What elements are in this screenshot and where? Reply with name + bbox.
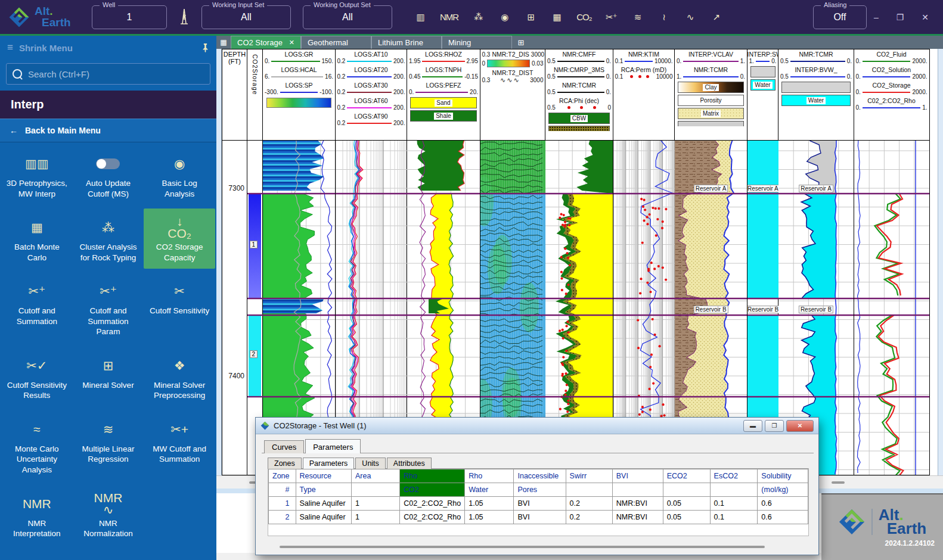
shrink-menu-label[interactable]: Shrink Menu xyxy=(19,43,196,53)
table-cell[interactable]: 0.6 xyxy=(758,497,808,511)
track-gr[interactable]: LOGS:GR0.150.LOGS:HCAL6.16.LOGS:SP-300.-… xyxy=(262,49,336,475)
minimize-icon[interactable]: – xyxy=(874,13,879,22)
mineral-solver-icon[interactable]: ⊞ xyxy=(524,12,537,23)
table-cell[interactable]: Saline Aquifer xyxy=(296,511,351,524)
table-cell[interactable]: 0.05 xyxy=(663,511,710,524)
table-cell[interactable]: Water xyxy=(465,483,514,497)
dialog-tab-parameters[interactable]: Parameters xyxy=(305,439,361,453)
table-cell[interactable]: Zone xyxy=(269,469,296,483)
working-output-set-selector[interactable]: Working Output Set All xyxy=(303,5,392,29)
sidebar-item-multiple-linear-regression[interactable]: ≋Multiple Linear Regression xyxy=(73,410,144,481)
nmr-normalization-icon[interactable]: ∿ xyxy=(684,12,697,23)
dialog-subtab-parameters[interactable]: Parameters xyxy=(303,458,355,469)
table-cell[interactable]: 1 xyxy=(351,497,399,511)
sidebar-item-nmr-interpretation[interactable]: NMRNMR Interpretation xyxy=(1,485,73,545)
table-cell[interactable]: EsCO2 xyxy=(710,469,758,483)
track-co2[interactable]: CO2_Fluid0.2000.CO2_Solution0.2000.CO2_S… xyxy=(854,49,930,475)
zone-chip[interactable]: 2 xyxy=(250,350,258,358)
table-cell[interactable]: 1.05 xyxy=(465,497,514,511)
track-co2-plot[interactable] xyxy=(854,141,929,475)
track-t2[interactable]: 0.3NMR:T2_DIS300000.03NMR:T2_DIST0.3∿∿∿3… xyxy=(480,49,546,475)
table-cell[interactable]: 0.1 xyxy=(710,511,758,524)
table-cell[interactable]: NMR:BVI xyxy=(612,511,663,524)
table-cell[interactable]: 0.2 xyxy=(566,511,612,524)
maximize-icon[interactable]: ❐ xyxy=(897,13,904,22)
sidebar-item-cutoff-sensitivity-results[interactable]: ✂✓Cutoff Sensitivity Results xyxy=(1,347,73,407)
table-cell[interactable]: 0.2 xyxy=(566,497,612,511)
table-cell[interactable]: Inaccessible xyxy=(514,469,566,483)
zone-chip[interactable]: 1 xyxy=(250,241,258,248)
table-cell[interactable]: (mol/kg) xyxy=(758,483,808,497)
table-cell[interactable]: # xyxy=(269,483,296,497)
scrollbar-thumb[interactable] xyxy=(832,481,845,484)
sidebar-item-co2-storage-capacity[interactable]: ↓ CO₂CO2 Storage Capacity xyxy=(144,209,215,269)
table-cell[interactable]: Rho xyxy=(465,469,514,483)
sidebar-item-cutoff-and-summation-param[interactable]: ✂⁺Cutoff and Summation Param xyxy=(73,272,144,343)
table-cell[interactable]: BVI xyxy=(514,511,566,524)
track-cmff[interactable]: NMR:CMFF0.50.NMR:CMRP_3MS0.50.NMR:TCMR0.… xyxy=(545,49,613,475)
regression-icon[interactable]: ≋ xyxy=(631,12,644,23)
search-input[interactable]: Search (Ctrl+F) xyxy=(6,63,210,85)
dialog-maximize-icon[interactable]: ❐ xyxy=(765,420,784,432)
sidebar-item-nmr-normalization[interactable]: NMR ∿NMR Normalization xyxy=(73,485,144,545)
table-cell[interactable]: NMR:BVI xyxy=(612,497,663,511)
auto-update-cutoff-toggle[interactable] xyxy=(96,158,120,169)
dialog-scrollbar[interactable] xyxy=(262,544,812,550)
table-cell[interactable] xyxy=(566,483,612,497)
add-layout-icon[interactable]: ⊞ xyxy=(512,36,530,49)
sidebar-item-cluster-analysis-for-rock-typing[interactable]: ⁂Cluster Analysis for Rock Typing xyxy=(73,209,144,269)
table-cell[interactable]: 0.1 xyxy=(710,497,758,511)
well-selector[interactable]: Well 1 xyxy=(92,5,167,29)
tab-geothermal[interactable]: Geothermal xyxy=(301,36,371,49)
table-cell[interactable]: C02_2:CO2_Rho xyxy=(400,497,465,511)
sidebar-item-mineral-solver[interactable]: ⊞Mineral Solver xyxy=(73,347,144,407)
table-cell[interactable]: CO2 xyxy=(400,483,465,497)
table-cell[interactable]: 1 xyxy=(351,511,399,524)
table-cell[interactable]: 2 xyxy=(269,511,296,524)
table-cell[interactable]: Type xyxy=(296,483,351,497)
sidebar-item-mineral-solver-preprocessing[interactable]: ❖Mineral Solver Preprocessing xyxy=(144,347,215,407)
dialog-tab-curves[interactable]: Curves xyxy=(264,440,304,453)
table-cell[interactable]: Solubility xyxy=(758,469,808,483)
pin-icon[interactable] xyxy=(201,43,209,52)
basic-log-analysis-icon[interactable]: ◉ xyxy=(498,12,511,23)
dialog-minimize-icon[interactable]: ▬ xyxy=(743,420,762,432)
tab-co2-storage[interactable]: CO2 Storage✕ xyxy=(231,36,301,49)
sidebar-item-cutoff-sensitivity[interactable]: ✂Cutoff Sensitivity xyxy=(144,272,215,343)
dialog-subtab-attributes[interactable]: Attributes xyxy=(387,458,432,469)
table-cell[interactable]: 0.6 xyxy=(758,511,808,524)
cluster-analysis-icon[interactable]: ⁂ xyxy=(472,12,485,23)
left-scrollbar[interactable] xyxy=(216,49,222,475)
batch-monte-carlo-icon[interactable]: ▦ xyxy=(550,12,563,23)
cutoff-summation-icon[interactable]: ✂⁺ xyxy=(605,12,618,23)
tab-close-icon[interactable]: ✕ xyxy=(289,39,294,46)
table-cell[interactable]: 1 xyxy=(269,497,296,511)
table-cell[interactable]: ECO2 xyxy=(663,469,710,483)
table-cell[interactable]: Rho xyxy=(400,469,465,483)
petrophysics-interp-icon[interactable]: ▥ xyxy=(414,12,427,23)
track-bvw[interactable]: NMR:TCMR0.50.INTERP:BVW_0.50.WaterReserv… xyxy=(778,49,854,475)
dialog-scrollbar-thumb[interactable] xyxy=(280,546,765,548)
table-cell[interactable]: C02_2:CO2_Rho xyxy=(400,511,465,524)
tab-mining[interactable]: Mining xyxy=(442,36,512,49)
sidebar-item-batch-monte-carlo[interactable]: ▦Batch Monte Carlo xyxy=(1,209,73,269)
dialog-titlebar[interactable]: CO2Storage - Test Well (1) ▬ ❐ ✕ xyxy=(256,418,818,434)
table-cell[interactable]: Saline Aquifer xyxy=(296,497,351,511)
t2-distribution-icon[interactable]: ≀ xyxy=(657,12,671,23)
aliasing-toggle[interactable]: Aliasing Off xyxy=(813,5,867,29)
table-cell[interactable]: Resource xyxy=(296,469,351,483)
table-cell[interactable]: BVI xyxy=(514,497,566,511)
track-sw[interactable]: INTERP:SW1.0.WaterReservoir AReservoir B xyxy=(747,49,779,475)
table-cell[interactable]: 1.05 xyxy=(465,511,514,524)
dialog-subtab-units[interactable]: Units xyxy=(355,458,385,469)
nmr-interpretation-icon[interactable]: NMR xyxy=(440,12,458,22)
back-to-main-menu-button[interactable]: ← Back to Main Menu xyxy=(0,119,216,142)
table-cell[interactable]: Swirr xyxy=(566,469,612,483)
dialog-close-icon[interactable]: ✕ xyxy=(786,420,814,432)
tab-lithium-brine[interactable]: Lithium Brine xyxy=(371,36,442,49)
crossplot-icon[interactable]: ↗ xyxy=(710,12,723,23)
close-icon[interactable]: ✕ xyxy=(922,13,929,22)
sidebar-item-monte-carlo-uncertainty-analysis[interactable]: ≈Monte Carlo Uncertainty Analysis xyxy=(1,410,73,481)
table-cell[interactable]: BVI xyxy=(612,469,663,483)
dialog-subtab-zones[interactable]: Zones xyxy=(268,458,302,469)
